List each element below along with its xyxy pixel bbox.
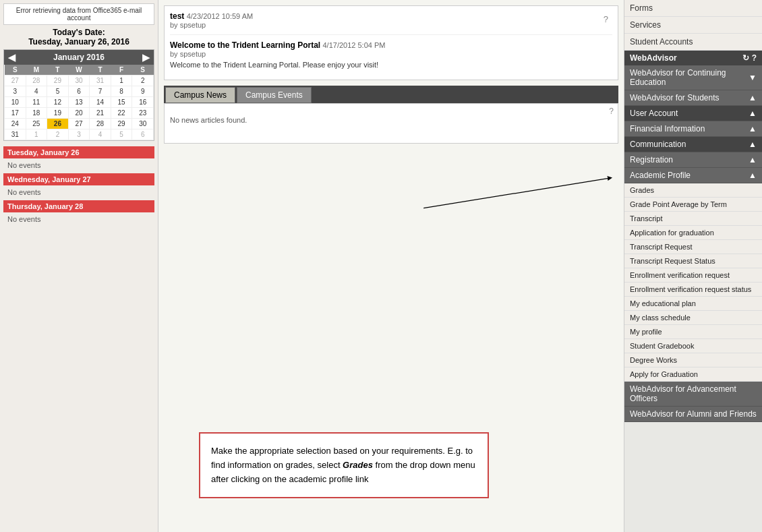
calendar-day[interactable]: 31	[5, 129, 26, 140]
today-date: Today's Date: Tuesday, January 26, 2016	[3, 28, 154, 47]
wa-item-enrollment-verification-reques[interactable]: Enrollment verification request status	[624, 283, 762, 297]
right-item-services[interactable]: Services	[624, 17, 762, 34]
calendar-day[interactable]: 20	[68, 108, 90, 119]
event-day-header: Thursday, January 28	[3, 200, 154, 212]
chevron-icon: ▲	[749, 93, 757, 102]
calendar-day[interactable]: 22	[111, 108, 132, 119]
right-item-student-accounts[interactable]: Student Accounts	[624, 34, 762, 51]
wa-category-registration[interactable]: Registration▲	[624, 152, 762, 168]
calendar-day[interactable]: 21	[90, 108, 111, 119]
help-icon[interactable]: ?	[604, 14, 608, 24]
middle-panel: ? test 4/23/2012 10:59 AM by spsetup Wel…	[158, 0, 624, 532]
wa-category-academic-profile[interactable]: Academic Profile▲	[624, 168, 762, 183]
wa-item-degree-works[interactable]: Degree Works	[624, 353, 762, 367]
calendar-day[interactable]: 25	[26, 119, 47, 129]
wa-bottom-webadvisor-for-alumni-and-frie[interactable]: WebAdvisor for Alumni and Friends	[624, 407, 762, 422]
wa-category-financial-information[interactable]: Financial Information▲	[624, 121, 762, 137]
wa-bottom-label: WebAdvisor for Advancement Officers	[630, 384, 757, 403]
message-row: Welcome to the Trident Learning Portal 4…	[170, 40, 612, 74]
message-author: by spsetup	[170, 21, 612, 29]
calendar-day[interactable]: 13	[68, 97, 90, 108]
wa-category-label: Registration	[630, 155, 673, 165]
calendar-day[interactable]: 23	[132, 108, 154, 119]
calendar-day[interactable]: 2	[47, 129, 69, 140]
calendar-day[interactable]: 29	[47, 76, 69, 86]
cal-dow-header: T	[90, 65, 111, 76]
calendar-day[interactable]: 14	[90, 97, 111, 108]
message-title[interactable]: test	[170, 11, 184, 21]
right-item-forms[interactable]: Forms	[624, 0, 762, 17]
calendar-day[interactable]: 26	[47, 119, 69, 129]
tab-help-icon[interactable]: ?	[609, 107, 614, 116]
wa-item-transcript-request-status[interactable]: Transcript Request Status	[624, 254, 762, 268]
wa-item-apply-for-graduation[interactable]: Apply for Graduation	[624, 367, 762, 382]
error-message: Error retrieving data from Office365 e-m…	[3, 3, 154, 25]
calendar-day[interactable]: 7	[90, 86, 111, 97]
message-body: Welcome to the Trident Learning Portal. …	[170, 61, 612, 69]
calendar-day[interactable]: 6	[68, 86, 90, 97]
calendar-day[interactable]: 24	[5, 119, 26, 129]
event-day-content: No events	[3, 187, 154, 200]
calendar-header: ◀ January 2016 ▶	[4, 50, 154, 65]
chevron-icon: ▲	[749, 124, 757, 134]
message-meta: 4/23/2012 10:59 AM	[187, 12, 253, 20]
cal-dow-header: S	[5, 65, 26, 76]
wa-category-user-account[interactable]: User Account▲	[624, 106, 762, 121]
calendar-day[interactable]: 15	[111, 97, 132, 108]
calendar-day[interactable]: 3	[5, 86, 26, 97]
calendar-day[interactable]: 16	[132, 97, 154, 108]
calendar-day[interactable]: 18	[26, 108, 47, 119]
wa-item-grade-point-average-by-term[interactable]: Grade Point Average by Term	[624, 198, 762, 212]
wa-item-grades[interactable]: Grades	[624, 183, 762, 198]
wa-item-my-profile[interactable]: My profile	[624, 325, 762, 339]
calendar-day[interactable]: 27	[5, 76, 26, 86]
wa-item-student-gradebook[interactable]: Student Gradebook	[624, 339, 762, 353]
calendar-day[interactable]: 1	[26, 129, 47, 140]
calendar-day[interactable]: 9	[132, 86, 154, 97]
calendar-day[interactable]: 17	[5, 108, 26, 119]
cal-dow-header: W	[68, 65, 90, 76]
events-section: Tuesday, January 26No eventsWednesday, J…	[3, 146, 154, 227]
calendar-day[interactable]: 5	[111, 129, 132, 140]
calendar-day[interactable]: 3	[68, 129, 90, 140]
wa-item-application-for-graduation[interactable]: Application for graduation	[624, 226, 762, 240]
calendar-day[interactable]: 28	[26, 76, 47, 86]
calendar-day[interactable]: 28	[90, 119, 111, 129]
calendar-day[interactable]: 27	[68, 119, 90, 129]
calendar-day[interactable]: 31	[90, 76, 111, 86]
calendar-grid: SMTWTFS 27282930311234567891011121314151…	[4, 65, 154, 140]
tab-campus-news[interactable]: Campus News	[165, 87, 235, 103]
calendar-day[interactable]: 5	[47, 86, 69, 97]
arrow-graphic	[158, 149, 624, 419]
calendar-day[interactable]: 4	[26, 86, 47, 97]
wa-item-enrollment-verification-reques[interactable]: Enrollment verification request	[624, 268, 762, 283]
calendar-day[interactable]: 12	[47, 97, 69, 108]
calendar-day[interactable]: 29	[111, 119, 132, 129]
calendar-day[interactable]: 4	[90, 129, 111, 140]
wa-item-transcript-request[interactable]: Transcript Request	[624, 240, 762, 254]
calendar-day[interactable]: 19	[47, 108, 69, 119]
wa-category-webadvisor-for-students[interactable]: WebAdvisor for Students▲	[624, 90, 762, 106]
calendar-day[interactable]: 1	[111, 76, 132, 86]
message-title[interactable]: Welcome to the Trident Learning Portal	[170, 40, 320, 50]
wa-item-transcript[interactable]: Transcript	[624, 212, 762, 226]
calendar-day[interactable]: 2	[132, 76, 154, 86]
wa-item-my-class-schedule[interactable]: My class schedule	[624, 311, 762, 325]
wa-bottom-webadvisor-for-advancement-off[interactable]: WebAdvisor for Advancement Officers	[624, 382, 762, 407]
wa-category-webadvisor-for-continuing-educ[interactable]: WebAdvisor for Continuing Education▼	[624, 65, 762, 90]
tab-campus-events[interactable]: Campus Events	[237, 87, 312, 103]
calendar-day[interactable]: 30	[68, 76, 90, 86]
event-day-content: No events	[3, 214, 154, 227]
cal-prev-button[interactable]: ◀	[8, 52, 16, 63]
calendar-day[interactable]: 10	[5, 97, 26, 108]
wa-category-communication[interactable]: Communication▲	[624, 137, 762, 152]
calendar-day[interactable]: 8	[111, 86, 132, 97]
calendar-day[interactable]: 11	[26, 97, 47, 108]
calendar-day[interactable]: 6	[132, 129, 154, 140]
cal-next-button[interactable]: ▶	[142, 52, 150, 63]
left-panel: Error retrieving data from Office365 e-m…	[0, 0, 158, 532]
calendar: ◀ January 2016 ▶ SMTWTFS 272829303112345…	[3, 49, 154, 141]
calendar-day[interactable]: 30	[132, 119, 154, 129]
webadvisor-icons[interactable]: ↻ ?	[742, 53, 757, 63]
wa-item-my-educational-plan[interactable]: My educational plan	[624, 297, 762, 311]
